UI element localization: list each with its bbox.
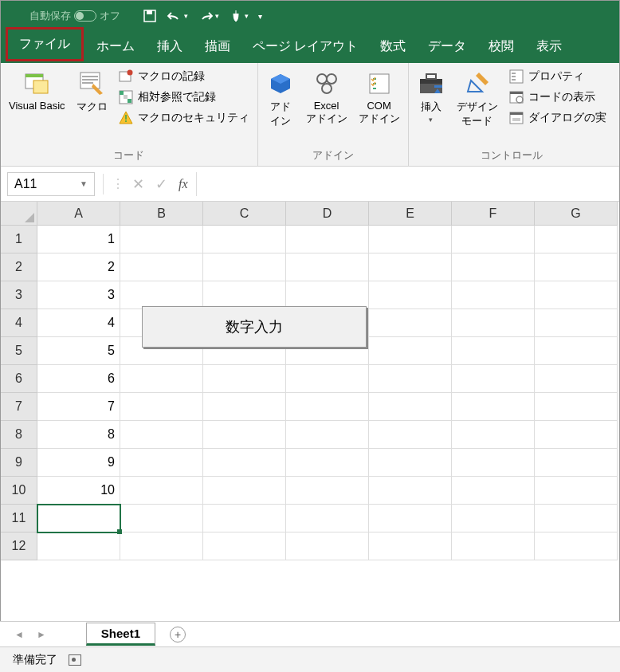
row-header[interactable]: 5 [1, 337, 37, 365]
cell[interactable] [369, 281, 452, 309]
cell[interactable] [369, 477, 452, 505]
visual-basic-button[interactable]: Visual Basic [6, 66, 69, 112]
run-dialog-button[interactable]: ダイアログの実 [506, 109, 610, 127]
cell[interactable] [120, 421, 203, 449]
cell[interactable] [369, 226, 452, 253]
column-header[interactable]: G [535, 202, 618, 226]
row-header[interactable]: 6 [1, 365, 37, 393]
relative-reference-button[interactable]: 相対参照で記録 [116, 88, 253, 106]
cell[interactable] [369, 505, 452, 532]
cancel-button[interactable]: ✕ [132, 175, 144, 193]
column-header[interactable]: F [452, 202, 535, 226]
cell[interactable] [452, 226, 535, 253]
cell[interactable] [203, 393, 286, 421]
com-addins-button[interactable]: COM アドイン [355, 66, 403, 126]
form-button-numeric-input[interactable]: 数字入力 [142, 306, 367, 348]
cell[interactable] [120, 393, 203, 421]
cell[interactable] [286, 226, 369, 253]
cell[interactable] [286, 281, 369, 309]
cell[interactable] [369, 532, 452, 560]
row-header[interactable]: 12 [1, 532, 37, 560]
redo-button[interactable]: ▾ [198, 10, 219, 22]
cell[interactable] [535, 421, 618, 449]
cell[interactable] [535, 337, 618, 365]
row-header[interactable]: 3 [1, 281, 37, 309]
row-header[interactable]: 7 [1, 393, 37, 421]
new-sheet-button[interactable]: + [170, 627, 186, 643]
cell[interactable] [120, 477, 203, 505]
cell[interactable] [286, 393, 369, 421]
undo-button[interactable]: ▾ [167, 10, 188, 22]
cell[interactable] [452, 365, 535, 393]
sheet-tab-active[interactable]: Sheet1 [86, 623, 155, 646]
cell[interactable] [369, 253, 452, 281]
cell[interactable] [37, 532, 120, 560]
cell[interactable]: 4 [37, 309, 120, 337]
enter-button[interactable]: ✓ [155, 175, 167, 193]
cell[interactable] [37, 505, 120, 532]
cell[interactable] [369, 421, 452, 449]
tab-pagelayout[interactable]: ページ レイアウト [241, 30, 369, 63]
cell[interactable] [535, 365, 618, 393]
design-mode-button[interactable]: デザイン モード [453, 66, 501, 128]
cell[interactable] [286, 449, 369, 477]
cell[interactable]: 9 [37, 449, 120, 477]
cell[interactable] [203, 449, 286, 477]
row-header[interactable]: 8 [1, 421, 37, 449]
cell[interactable]: 8 [37, 421, 120, 449]
row-header[interactable]: 11 [1, 505, 37, 532]
cell[interactable] [286, 477, 369, 505]
cell[interactable] [120, 253, 203, 281]
cell[interactable]: 6 [37, 365, 120, 393]
autosave-toggle[interactable]: 自動保存 オフ [29, 9, 120, 23]
tab-draw[interactable]: 描画 [194, 30, 241, 63]
cell[interactable] [535, 309, 618, 337]
cell[interactable] [120, 281, 203, 309]
row-header[interactable]: 9 [1, 449, 37, 477]
tab-file[interactable]: ファイル [6, 27, 84, 61]
cell[interactable] [203, 505, 286, 532]
formula-bar-input[interactable] [196, 172, 613, 196]
cell[interactable] [452, 253, 535, 281]
cell[interactable] [535, 393, 618, 421]
row-header[interactable]: 1 [1, 226, 37, 253]
column-header[interactable]: D [286, 202, 369, 226]
cell[interactable] [286, 253, 369, 281]
cell[interactable] [120, 449, 203, 477]
cell[interactable] [535, 449, 618, 477]
macros-button[interactable]: マクロ [73, 66, 111, 114]
cell[interactable] [452, 309, 535, 337]
cell[interactable] [369, 309, 452, 337]
save-button[interactable] [143, 9, 157, 23]
cell[interactable] [452, 449, 535, 477]
cell[interactable] [369, 449, 452, 477]
cell[interactable]: 2 [37, 253, 120, 281]
view-code-button[interactable]: コードの表示 [506, 88, 610, 106]
tab-data[interactable]: データ [417, 30, 477, 63]
tab-home[interactable]: ホーム [85, 30, 146, 63]
cell[interactable] [369, 393, 452, 421]
cell[interactable]: 7 [37, 393, 120, 421]
tab-insert[interactable]: 挿入 [146, 30, 194, 63]
cell[interactable] [535, 505, 618, 532]
cell[interactable]: 10 [37, 477, 120, 505]
cell[interactable] [286, 421, 369, 449]
cell[interactable] [120, 226, 203, 253]
cell[interactable] [120, 505, 203, 532]
column-header[interactable]: A [37, 202, 120, 226]
macro-security-button[interactable]: マクロのセキュリティ [116, 109, 253, 127]
addins-button[interactable]: アド イン [263, 66, 298, 128]
row-header[interactable]: 2 [1, 253, 37, 281]
cell[interactable] [203, 281, 286, 309]
select-all-corner[interactable] [1, 202, 37, 226]
column-header[interactable]: E [369, 202, 452, 226]
cell[interactable] [203, 226, 286, 253]
sheet-nav-prev[interactable]: ◄ [11, 629, 27, 640]
cell[interactable] [369, 365, 452, 393]
macro-recording-icon[interactable] [69, 654, 81, 666]
cell[interactable] [452, 421, 535, 449]
insert-control-button[interactable]: 挿入 ▾ [414, 66, 449, 124]
cell[interactable] [286, 532, 369, 560]
cell[interactable]: 5 [37, 337, 120, 365]
cell[interactable] [535, 477, 618, 505]
